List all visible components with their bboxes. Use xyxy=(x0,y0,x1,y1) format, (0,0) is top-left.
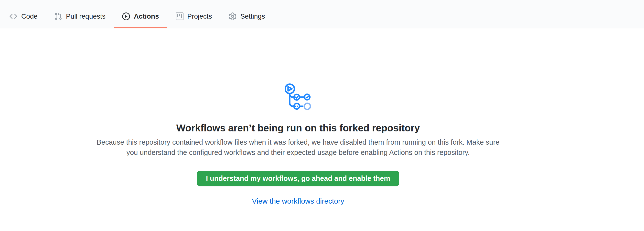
link-row: View the workflows directory xyxy=(0,197,596,205)
workflow-illustration-icon xyxy=(0,83,596,111)
blankslate-description: Because this repository contained workfl… xyxy=(95,137,501,158)
tab-projects[interactable]: Projects xyxy=(168,5,220,28)
project-icon xyxy=(176,13,184,20)
tab-settings-label: Settings xyxy=(240,13,265,20)
tab-pull-requests[interactable]: Pull requests xyxy=(46,5,113,28)
tab-code[interactable]: Code xyxy=(2,5,46,28)
tab-actions[interactable]: Actions xyxy=(114,5,167,28)
tab-settings[interactable]: Settings xyxy=(221,5,273,28)
code-icon xyxy=(10,13,17,20)
tab-projects-label: Projects xyxy=(188,13,212,20)
tab-actions-label: Actions xyxy=(134,13,159,20)
blankslate-heading: Workflows aren’t being run on this forke… xyxy=(0,122,596,134)
actions-disabled-page: Workflows aren’t being run on this forke… xyxy=(0,28,644,205)
gear-icon xyxy=(229,13,236,20)
git-pull-request-icon xyxy=(54,13,62,20)
enable-workflows-button[interactable]: I understand my workflows, go ahead and … xyxy=(197,171,399,186)
tab-pull-requests-label: Pull requests xyxy=(66,13,106,20)
blankslate: Workflows aren’t being run on this forke… xyxy=(0,28,596,205)
play-icon xyxy=(122,13,130,20)
view-workflows-directory-link[interactable]: View the workflows directory xyxy=(252,197,344,205)
repo-tab-nav: Code Pull requests Actions Projects Sett… xyxy=(0,0,644,28)
tab-code-label: Code xyxy=(21,13,38,20)
